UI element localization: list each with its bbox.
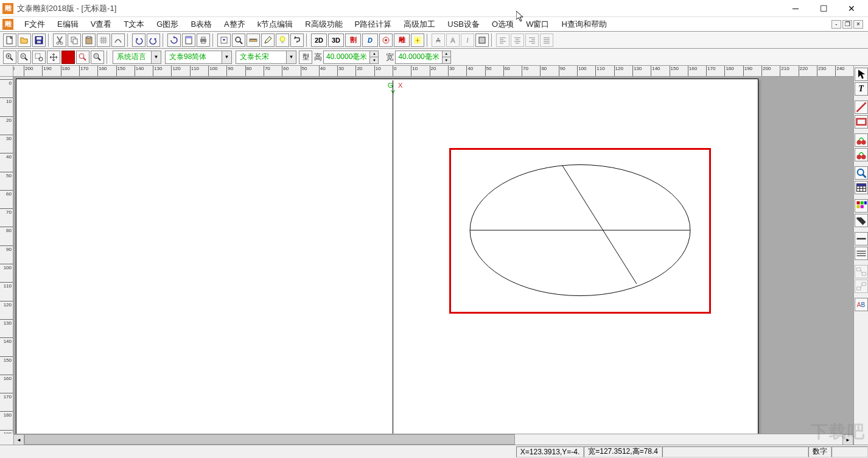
zoom-fit-button[interactable] bbox=[76, 51, 89, 64]
svg-rect-36 bbox=[95, 55, 97, 57]
width-down[interactable]: ▼ bbox=[443, 57, 450, 63]
menu-table[interactable]: B表格 bbox=[184, 17, 218, 32]
text-tool[interactable]: T bbox=[855, 82, 868, 96]
menu-edit[interactable]: E编辑 bbox=[51, 17, 85, 32]
ab-tool[interactable]: AB bbox=[855, 298, 868, 311]
zoom-region-button[interactable] bbox=[32, 51, 46, 64]
minimize-button[interactable]: ─ bbox=[782, 0, 810, 17]
ge-button[interactable]: 割 bbox=[345, 33, 361, 47]
search-tool[interactable] bbox=[855, 166, 868, 180]
hline-tool[interactable] bbox=[855, 232, 868, 245]
doc-restore-button[interactable]: ❐ bbox=[842, 20, 852, 29]
hlines-tool[interactable] bbox=[855, 247, 868, 260]
zoom-in-button[interactable] bbox=[3, 51, 16, 64]
menu-graphic[interactable]: G图形 bbox=[150, 17, 184, 32]
record-button[interactable] bbox=[61, 51, 75, 64]
prev-button[interactable] bbox=[217, 33, 231, 47]
menu-view[interactable]: V查看 bbox=[85, 17, 118, 32]
rect-tool[interactable] bbox=[855, 115, 868, 129]
new-button[interactable] bbox=[3, 33, 16, 47]
tag-tool[interactable] bbox=[855, 214, 868, 227]
menu-usb[interactable]: USB设备 bbox=[441, 17, 486, 32]
vertical-ruler[interactable]: 0102030405060708090100110120130140150160… bbox=[0, 77, 13, 434]
zoom-page-button[interactable] bbox=[91, 51, 104, 64]
align-justify-button[interactable] bbox=[540, 33, 553, 47]
align-center-button[interactable] bbox=[511, 33, 524, 47]
save-button[interactable] bbox=[32, 33, 46, 47]
3d-button[interactable]: 3D bbox=[328, 33, 344, 47]
menu-advanced[interactable]: R高级功能 bbox=[299, 17, 348, 32]
help-button[interactable] bbox=[290, 33, 304, 47]
menu-help[interactable]: H查询和帮助 bbox=[555, 17, 612, 32]
language-combo[interactable]: 系统语言▼ bbox=[113, 51, 161, 64]
width-input[interactable]: 40.0000毫米 ▲▼ bbox=[395, 51, 450, 64]
italic-button[interactable]: I bbox=[461, 33, 474, 47]
menu-file[interactable]: F文件 bbox=[18, 17, 51, 32]
undo-button[interactable] bbox=[132, 33, 145, 47]
box-button[interactable] bbox=[475, 33, 489, 47]
menu-path[interactable]: P路径计算 bbox=[349, 17, 398, 32]
pen-button[interactable] bbox=[261, 33, 275, 47]
selection-box[interactable] bbox=[449, 148, 711, 314]
height-down[interactable]: ▼ bbox=[370, 57, 378, 63]
height-input[interactable]: 40.0000毫米 ▲▼ bbox=[323, 51, 379, 64]
zoom-out-button[interactable] bbox=[18, 51, 31, 64]
refresh-button[interactable] bbox=[167, 33, 181, 47]
cut-button[interactable] bbox=[53, 33, 66, 47]
status-empty bbox=[662, 446, 808, 457]
svg-line-35 bbox=[98, 58, 100, 60]
bulb-button[interactable] bbox=[276, 33, 289, 47]
d-button[interactable]: D bbox=[362, 33, 378, 47]
table-tool[interactable] bbox=[855, 181, 868, 194]
paste-button[interactable] bbox=[82, 33, 96, 47]
grid-button[interactable] bbox=[97, 33, 110, 47]
horizontal-ruler[interactable]: 2102001901801701601501401301201101009080… bbox=[13, 66, 853, 77]
flow1-tool[interactable] bbox=[855, 265, 868, 278]
menu-process[interactable]: 高级加工 bbox=[397, 17, 441, 32]
canvas-area[interactable]: G X Y bbox=[13, 77, 853, 434]
menu-align[interactable]: A整齐 bbox=[218, 17, 251, 32]
color-tool[interactable] bbox=[855, 199, 868, 213]
scroll-left-button[interactable]: ◄ bbox=[13, 434, 24, 445]
find-button[interactable] bbox=[232, 33, 245, 47]
print-button[interactable] bbox=[197, 33, 210, 47]
select-tool[interactable] bbox=[855, 68, 868, 81]
svg-rect-14 bbox=[201, 41, 205, 43]
doc-minimize-button[interactable]: - bbox=[831, 20, 841, 29]
open-button[interactable] bbox=[18, 33, 31, 47]
diao-button[interactable]: 雕 bbox=[394, 33, 410, 47]
ruler-corner bbox=[0, 66, 13, 77]
page-button[interactable] bbox=[182, 33, 195, 47]
line-tool[interactable] bbox=[855, 100, 868, 114]
align-right-button[interactable] bbox=[525, 33, 539, 47]
horizontal-scrollbar[interactable]: ◄ ► bbox=[13, 434, 853, 445]
strike-button[interactable]: A bbox=[432, 33, 445, 47]
curve-button[interactable] bbox=[111, 33, 125, 47]
copy-button[interactable] bbox=[68, 33, 81, 47]
cherry2-tool[interactable] bbox=[855, 148, 868, 161]
font-combo[interactable]: 文泰98简体▼ bbox=[165, 51, 232, 64]
target-button[interactable] bbox=[379, 33, 393, 47]
maximize-button[interactable]: ☐ bbox=[810, 0, 838, 17]
width-up[interactable]: ▲ bbox=[443, 51, 450, 58]
menu-window[interactable]: W窗口 bbox=[520, 17, 555, 32]
doc-close-button[interactable]: × bbox=[853, 20, 863, 29]
flow2-tool[interactable] bbox=[855, 280, 868, 293]
2d-button[interactable]: 2D bbox=[311, 33, 327, 47]
menu-options[interactable]: O选项 bbox=[486, 17, 520, 32]
align-left-button[interactable] bbox=[496, 33, 509, 47]
xing-button[interactable]: 型 bbox=[299, 51, 312, 64]
redo-button[interactable] bbox=[147, 33, 160, 47]
menu-node-edit[interactable]: k节点编辑 bbox=[251, 17, 299, 32]
height-up[interactable]: ▲ bbox=[370, 51, 378, 58]
cherry1-tool[interactable] bbox=[855, 133, 868, 147]
ruler-button[interactable] bbox=[247, 33, 260, 47]
close-button[interactable]: ✕ bbox=[838, 0, 866, 17]
move-button[interactable] bbox=[47, 51, 60, 64]
menu-text[interactable]: T文本 bbox=[117, 17, 150, 32]
sparkle-button[interactable] bbox=[411, 33, 424, 47]
outline-button[interactable]: A bbox=[446, 33, 460, 47]
svg-line-40 bbox=[856, 103, 866, 112]
svg-rect-25 bbox=[479, 37, 485, 43]
style-combo[interactable]: 文泰长宋▼ bbox=[236, 51, 296, 64]
